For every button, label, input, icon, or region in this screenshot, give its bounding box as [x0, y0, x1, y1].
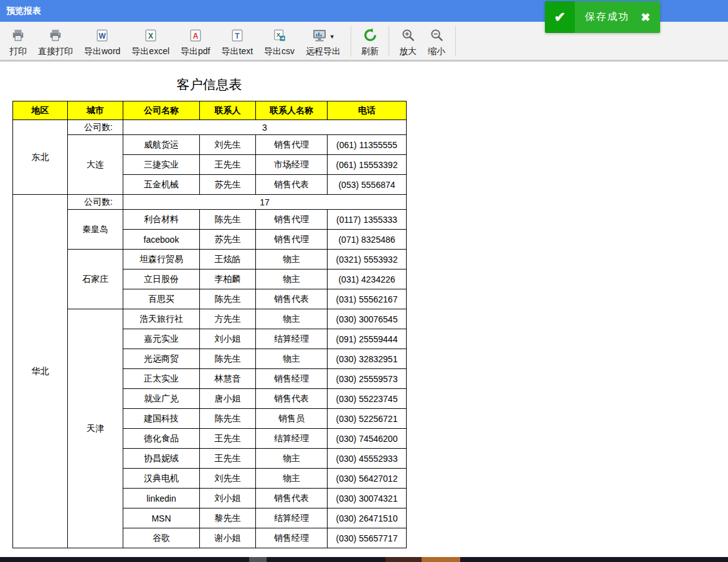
contact-title-cell: 物主 [256, 250, 328, 269]
report-title: 客户信息表 [12, 76, 406, 93]
save-success-toast: ✔ 保存成功 ✖ [545, 1, 660, 33]
phone-cell: (030) 55657717 [328, 528, 407, 548]
toolbar-button-export-pdf[interactable]: A导出pdf [175, 23, 215, 59]
contact-cell: 王先生 [200, 155, 256, 175]
company-name-cell: 协昌妮绒 [123, 449, 200, 469]
close-icon[interactable]: ✖ [641, 12, 650, 23]
toolbar-button-direct-print[interactable]: 直接打印 [32, 23, 78, 59]
contact-title-cell: 物主 [256, 309, 328, 329]
phone-cell: (030) 74546200 [328, 429, 407, 449]
company-count-label: 公司数: [68, 120, 123, 135]
toolbar-button-label: 导出csv [264, 46, 295, 57]
toolbar-button-print[interactable]: 打印 [4, 23, 32, 59]
taskbar-segment [422, 557, 460, 562]
zoom-out-icon [430, 28, 444, 45]
contact-cell: 黎先生 [200, 508, 256, 528]
toolbar-button-zoom-in[interactable]: 放大 [394, 23, 422, 59]
toolbar-button-remote-export[interactable]: ▼远程导出 [300, 23, 346, 59]
toolbar-button-export-excel[interactable]: X导出excel [126, 23, 175, 59]
company-name-cell: 光远商贸 [123, 349, 200, 369]
toast-message: 保存成功 [585, 11, 630, 24]
contact-cell: 林慧音 [200, 369, 256, 389]
toolbar-button-label: 导出word [84, 46, 120, 57]
contact-title-cell: 市场经理 [256, 155, 328, 175]
excel-icon: X [144, 29, 158, 45]
company-name-cell: 谷歌 [123, 528, 200, 548]
contact-title-cell: 销售代表 [256, 489, 328, 508]
zoom-in-icon [401, 28, 415, 45]
contact-cell: 王炫皓 [200, 250, 256, 269]
toolbar-button-label: 远程导出 [306, 46, 341, 57]
monitor-icon [312, 29, 327, 45]
toolbar-button-export-word[interactable]: W导出word [78, 23, 126, 59]
svg-text:T: T [235, 31, 240, 40]
contact-cell: 方先生 [200, 309, 256, 329]
table-row: 天津浩天旅行社方先生物主(030) 30076545 [13, 309, 407, 329]
company-name-cell: 德化食品 [123, 429, 200, 449]
toolbar-button-export-csv[interactable]: X导出csv [258, 23, 300, 59]
group-count-row: 华北公司数:17 [13, 195, 407, 210]
svg-text:A: A [192, 31, 198, 40]
contact-title-cell: 销售代表 [256, 289, 328, 309]
city-cell: 秦皇岛 [68, 210, 123, 250]
toolbar-button-label: 导出pdf [181, 46, 210, 57]
toolbar-button-export-text[interactable]: T导出text [216, 23, 259, 59]
column-header: 公司名称 [123, 101, 200, 120]
phone-cell: (030) 26471510 [328, 508, 407, 528]
contact-cell: 陈先生 [200, 409, 256, 429]
phone-cell: (031) 55562167 [328, 289, 407, 309]
report-page: 客户信息表 地区城市公司名称联系人联系人名称电话 东北公司数:3大连威航货运刘先… [0, 62, 728, 553]
contact-title-cell: 结算经理 [256, 508, 328, 528]
contact-cell: 唐小姐 [200, 389, 256, 409]
phone-cell: (030) 55223745 [328, 389, 407, 409]
region-cell: 华北 [13, 195, 68, 548]
taskbar-segment [249, 557, 267, 562]
text-icon: T [230, 29, 244, 45]
table-row: 石家庄坦森行贸易王炫皓物主(0321) 5553932 [13, 250, 407, 269]
phone-cell: (061) 15553392 [328, 155, 407, 175]
toolbar-separator [351, 26, 351, 57]
svg-text:X: X [148, 31, 153, 40]
city-cell: 石家庄 [68, 250, 123, 309]
region-cell: 东北 [13, 120, 68, 195]
table-row: 大连威航货运刘先生销售代理(061) 11355555 [13, 135, 407, 155]
toolbar-button-label: 缩小 [428, 46, 445, 57]
company-name-cell: 嘉元实业 [123, 329, 200, 349]
company-name-cell: facebook [123, 230, 200, 250]
toolbar-button-refresh[interactable]: 刷新 [356, 23, 384, 59]
company-name-cell: MSN [123, 508, 200, 528]
toolbar-separator [455, 26, 456, 57]
company-name-cell: 利合材料 [123, 210, 200, 230]
pdf-icon: A [189, 29, 202, 45]
phone-cell: (0117) 1355333 [328, 210, 407, 230]
contact-cell: 陈先生 [200, 289, 256, 309]
toolbar-button-label: 打印 [9, 46, 27, 57]
contact-title-cell: 物主 [256, 469, 328, 489]
column-header: 联系人 [200, 101, 256, 120]
phone-cell: (031) 4234226 [328, 269, 407, 289]
company-count-label: 公司数: [68, 195, 123, 210]
contact-title-cell: 销售代理 [256, 230, 328, 250]
contact-cell: 刘小姐 [200, 489, 256, 508]
company-name-cell: 威航货运 [123, 135, 200, 155]
taskbar-sliver [0, 557, 728, 562]
toolbar-button-label: 导出excel [131, 46, 169, 57]
phone-cell: (0321) 5553932 [328, 250, 407, 269]
company-name-cell: 三捷实业 [123, 155, 200, 175]
contact-title-cell: 物主 [256, 269, 328, 289]
refresh-icon [362, 27, 378, 45]
company-name-cell: 坦森行贸易 [123, 250, 200, 269]
column-header: 地区 [13, 101, 68, 120]
contact-title-cell: 结算经理 [256, 429, 328, 449]
phone-cell: (030) 25559573 [328, 369, 407, 389]
toolbar-button-zoom-out[interactable]: 缩小 [422, 23, 451, 59]
dropdown-caret-icon[interactable]: ▼ [329, 34, 335, 40]
company-name-cell: 立日股份 [123, 269, 200, 289]
contact-cell: 陈先生 [200, 349, 256, 369]
toolbar-button-label: 导出text [222, 46, 253, 57]
phone-cell: (030) 56427012 [328, 469, 407, 489]
word-icon: W [95, 29, 109, 45]
toast-body: 保存成功 ✖ [575, 1, 660, 33]
phone-cell: (061) 11355555 [328, 135, 407, 155]
csv-icon: X [273, 29, 286, 45]
